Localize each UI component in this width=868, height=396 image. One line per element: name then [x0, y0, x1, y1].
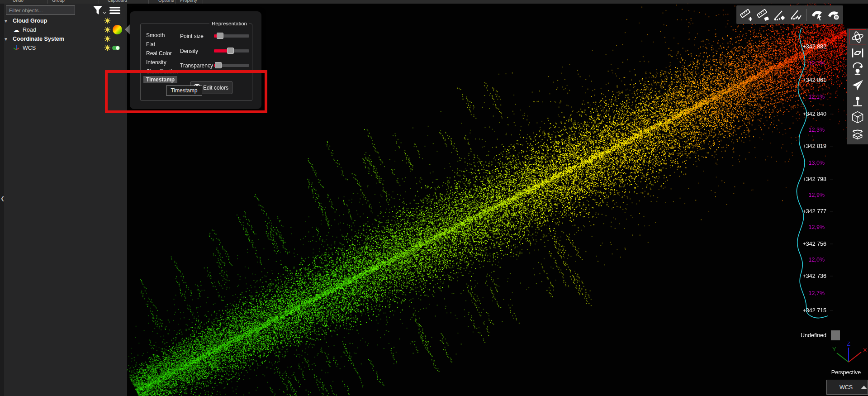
measure-remove-icon	[756, 8, 769, 22]
look-around-tool-button[interactable]	[849, 62, 866, 76]
measure-add-icon	[739, 8, 753, 22]
colorbar-value: +342 840	[792, 111, 826, 117]
colorbar-value: +342 777	[792, 208, 826, 215]
mode-intensity[interactable]: Intensity	[143, 59, 169, 66]
slider-thumb[interactable]	[215, 62, 222, 68]
orbit-icon	[851, 30, 864, 44]
ribbon-group-property: Property	[180, 0, 197, 3]
slider-thumb[interactable]	[227, 48, 234, 54]
colorbar-percent: 13,0%	[793, 160, 825, 166]
colorbar-value: +342 861	[792, 77, 826, 83]
tree-label: Coordinate System	[13, 36, 64, 42]
ribbon-group-options: Options	[158, 0, 174, 3]
filter-button[interactable]	[92, 5, 106, 16]
mode-smooth[interactable]: Smooth	[143, 32, 167, 39]
colorbar-percent: 12,9%	[793, 192, 825, 198]
paper-plane-icon	[851, 78, 864, 92]
colorbar-value: +342 736	[792, 273, 826, 279]
walk-tool-button[interactable]	[849, 94, 866, 109]
slider-thumb[interactable]	[217, 33, 223, 39]
colorbar-percent: 12,1%	[793, 94, 825, 100]
orbit-constrained-tool-button[interactable]	[849, 46, 866, 61]
mode-real-color[interactable]: Real Color	[143, 50, 175, 57]
measure-add-button[interactable]	[739, 8, 753, 22]
measure-angle-icon	[772, 8, 786, 22]
pick-tag-button[interactable]	[826, 8, 840, 22]
tree-label: WCS	[23, 45, 36, 51]
measure-angle-profile-button[interactable]	[789, 8, 803, 22]
colorbar-percent: 12,1%	[793, 60, 825, 67]
pick-tag-icon	[827, 8, 840, 22]
colorbar-value: +342 756	[792, 241, 826, 247]
look-around-icon	[851, 62, 864, 76]
projection-label: Perspective	[827, 369, 865, 376]
navigation-toolbar	[847, 29, 868, 144]
hamburger-icon	[109, 6, 121, 15]
point-size-label: Point size	[180, 33, 204, 39]
axis-y-label: Y	[832, 346, 836, 353]
axis-z-label: Z	[847, 340, 850, 347]
bulb-icon[interactable]	[104, 36, 111, 44]
axis-gizmo: Z X Y	[831, 340, 868, 366]
density-slider[interactable]	[214, 49, 249, 52]
axis-x-label: X	[863, 347, 867, 353]
view-cube-tool-button[interactable]	[849, 110, 866, 125]
transparency-label: Transparency	[180, 62, 213, 69]
orbit-constrained-icon	[851, 46, 864, 60]
undefined-label: Undefined	[792, 332, 826, 339]
bulb-icon[interactable]	[104, 27, 111, 35]
ribbon-group-clipboard: Clipboard	[108, 0, 127, 3]
fly-tool-button[interactable]	[849, 78, 866, 93]
color-mode-swatch[interactable]	[113, 25, 122, 34]
ribbon-strip: Undo Group Clipboard Options Property	[0, 0, 868, 4]
walk-icon	[851, 95, 864, 108]
colorbar-value: +342 798	[792, 176, 826, 182]
ribbon-group-group: Group	[52, 0, 65, 3]
measure-remove-button[interactable]	[756, 8, 770, 22]
object-tree-sidebar: ▼ Cloud Group ☁ Road ▼ Coordinate System	[0, 4, 127, 396]
cs-dropdown-label: WCS	[840, 384, 853, 391]
funnel-icon	[92, 5, 104, 16]
cloud-icon: ☁	[13, 26, 20, 33]
view-cube-icon	[851, 110, 864, 124]
measure-angle-profile-icon	[789, 8, 802, 22]
rotate-box-tool-button[interactable]	[849, 126, 866, 141]
mode-flat[interactable]: Flat	[143, 41, 158, 48]
annotation-rectangle	[105, 70, 267, 113]
chevron-down-icon	[103, 12, 106, 14]
colorbar-percent: 12,0%	[793, 257, 825, 263]
application-window: Undo Group Clipboard Options Property	[0, 0, 868, 396]
bulb-icon[interactable]	[104, 18, 111, 26]
undefined-swatch[interactable]	[831, 330, 840, 340]
measure-angle-button[interactable]	[772, 8, 786, 22]
groupbox-title: Representation	[209, 21, 249, 26]
chevron-up-icon	[861, 386, 867, 389]
visibility-toggle[interactable]	[112, 46, 120, 50]
bulb-icon[interactable]	[104, 45, 111, 53]
colorbar-percent: 12,7%	[793, 290, 825, 296]
measurement-toolbar	[736, 5, 843, 24]
orbit-tool-button[interactable]	[849, 29, 866, 44]
transparency-slider[interactable]	[214, 64, 249, 67]
ribbon-group-undo: Undo	[13, 0, 24, 3]
colorbar-percent: 12,3%	[793, 127, 825, 133]
colorbar-value: +342 819	[792, 143, 826, 149]
pick-select-icon	[810, 8, 824, 22]
tree-item-road[interactable]: ☁ Road	[0, 25, 127, 34]
colorbar-value: +342 715	[792, 307, 826, 314]
tree-item-cloud-group[interactable]: ▼ Cloud Group	[0, 16, 127, 25]
colorbar-percent: 12,9%	[793, 224, 825, 230]
tree-item-wcs[interactable]: WCS	[0, 43, 127, 52]
coordinate-system-dropdown[interactable]: WCS	[826, 380, 868, 395]
tree-item-coordinate-system[interactable]: ▼ Coordinate System	[0, 34, 127, 43]
toolbar-separator	[806, 9, 806, 21]
axes-icon	[13, 44, 20, 52]
pick-select-button[interactable]	[810, 8, 824, 22]
point-size-slider[interactable]	[214, 34, 249, 38]
rotate-box-icon	[851, 127, 864, 140]
filter-objects-input[interactable]	[6, 5, 75, 15]
tree-menu-button[interactable]	[109, 5, 121, 16]
colorbar-value: +342 882	[792, 43, 826, 50]
tree-label: Cloud Group	[13, 18, 47, 24]
collapse-sidebar-arrow[interactable]: ❮	[0, 196, 5, 201]
